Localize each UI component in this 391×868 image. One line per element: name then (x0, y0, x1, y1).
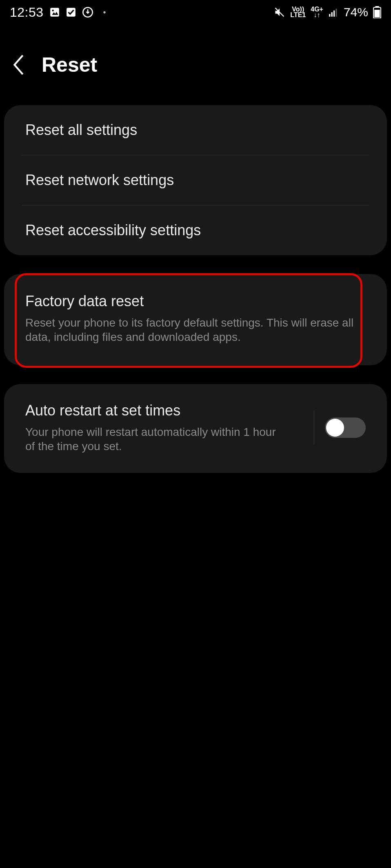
svg-rect-9 (335, 9, 337, 17)
row-label: Auto restart at set times (25, 402, 295, 419)
battery-icon (373, 6, 381, 18)
updates-icon (82, 7, 93, 18)
row-description: Your phone will restart automatically wi… (25, 425, 278, 453)
mute-icon (274, 7, 285, 18)
row-description: Reset your phone to its factory default … (25, 316, 366, 344)
battery-percent: 74% (344, 5, 368, 19)
reset-network-settings-row[interactable]: Reset network settings (4, 155, 387, 205)
svg-rect-0 (50, 8, 59, 17)
app-header: Reset (0, 24, 391, 105)
reset-accessibility-settings-row[interactable]: Reset accessibility settings (4, 205, 387, 255)
auto-restart-row[interactable]: Auto restart at set times Your phone wil… (4, 384, 387, 473)
toggle-knob (326, 419, 344, 437)
row-label: Factory data reset (25, 293, 366, 310)
reset-all-settings-row[interactable]: Reset all settings (4, 105, 387, 155)
divider-vertical (314, 411, 314, 445)
svg-rect-6 (329, 14, 330, 17)
row-label: Reset all settings (25, 121, 366, 139)
reset-options-card: Reset all settings Reset network setting… (4, 105, 387, 255)
factory-data-reset-row[interactable]: Factory data reset Reset your phone to i… (4, 274, 387, 365)
volte-indicator: Vo)) LTE1 (290, 7, 306, 18)
auto-restart-toggle[interactable] (325, 417, 366, 438)
signal-icon (328, 7, 339, 18)
clock-time: 12:53 (10, 5, 44, 20)
row-label: Reset network settings (25, 172, 366, 189)
svg-rect-7 (331, 12, 333, 17)
svg-rect-12 (374, 10, 380, 18)
network-type-indicator: 4G+ ↓↑ (311, 7, 323, 18)
gallery-icon (49, 7, 60, 18)
download-check-icon (66, 7, 76, 18)
page-title: Reset (42, 53, 97, 77)
auto-restart-card: Auto restart at set times Your phone wil… (4, 384, 387, 473)
more-notifications-dot: • (103, 8, 106, 17)
svg-rect-8 (333, 11, 335, 17)
svg-point-2 (52, 10, 53, 11)
status-bar: 12:53 • Vo)) LTE1 4G+ ↓↑ (0, 0, 391, 24)
row-label: Reset accessibility settings (25, 222, 366, 239)
factory-reset-card: Factory data reset Reset your phone to i… (4, 274, 387, 365)
back-button[interactable] (9, 55, 29, 75)
